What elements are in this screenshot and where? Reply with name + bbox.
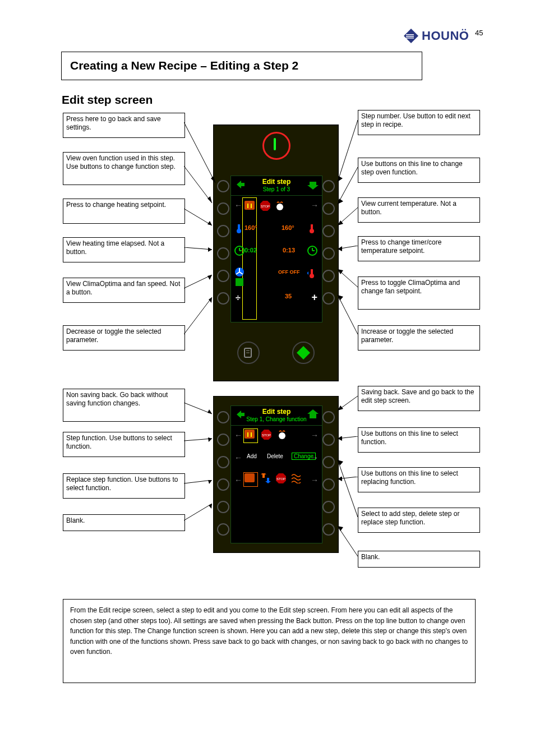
- oven-panel-2: Edit step Step 1, Change function ← STOP…: [213, 396, 339, 553]
- svg-line-33: [184, 166, 212, 203]
- steam-icon-2[interactable]: [277, 430, 288, 440]
- svg-line-49: [338, 246, 358, 249]
- minus-icon[interactable]: ÷: [236, 293, 241, 303]
- right-nav-3-icon[interactable]: →: [311, 453, 319, 462]
- start-button[interactable]: [292, 342, 315, 364]
- p2-soft-r3[interactable]: [322, 456, 335, 468]
- thermometer-blue-icon[interactable]: [234, 223, 246, 233]
- heat-icon[interactable]: [245, 201, 256, 211]
- p2-soft-l1[interactable]: [217, 411, 229, 423]
- callout-l6: Decrease or toggle the selected paramete…: [63, 325, 185, 351]
- right-nav-2-icon[interactable]: →: [311, 431, 319, 440]
- page-title: Creating a New Recipe – Editing a Step 2: [70, 59, 298, 72]
- svg-marker-55: [237, 411, 245, 418]
- p2-soft-r4[interactable]: [322, 478, 335, 491]
- svg-line-47: [338, 208, 358, 225]
- delete-label[interactable]: Delete: [267, 453, 283, 459]
- waves-icon[interactable]: [290, 473, 302, 483]
- heat-icon-2[interactable]: [245, 430, 256, 440]
- svg-line-72: [184, 480, 212, 483]
- soft-l5[interactable]: [217, 270, 229, 282]
- soft-l3[interactable]: [217, 225, 229, 237]
- plus-icon[interactable]: +: [311, 292, 317, 303]
- p2-soft-r5[interactable]: [322, 501, 335, 513]
- svg-text:STOP: STOP: [261, 205, 270, 208]
- svg-line-51: [338, 269, 358, 287]
- soft-r1[interactable]: [322, 180, 335, 192]
- p2-soft-l3[interactable]: [217, 456, 229, 468]
- soft-r2[interactable]: [322, 202, 335, 215]
- up-arrow-icon[interactable]: [307, 409, 319, 420]
- column-selection: [242, 197, 257, 320]
- stop-icon[interactable]: STOP: [260, 201, 271, 211]
- svg-marker-36: [207, 221, 212, 225]
- svg-rect-57: [245, 430, 255, 439]
- svg-rect-2: [406, 36, 414, 37]
- clima-icon: [234, 277, 246, 287]
- svg-marker-56: [307, 409, 319, 418]
- core-temp-icon[interactable]: [307, 268, 319, 278]
- soft-r3[interactable]: [322, 225, 335, 237]
- svg-point-15: [310, 229, 314, 233]
- soft-l4[interactable]: [217, 247, 229, 260]
- left-nav-icon[interactable]: ←: [234, 201, 242, 210]
- svg-line-31: [184, 122, 215, 183]
- svg-text:STOP: STOP: [262, 434, 271, 437]
- back-arrow-icon-2[interactable]: [234, 409, 246, 420]
- heat-icon-3[interactable]: [245, 473, 256, 483]
- p2-soft-r2[interactable]: [322, 434, 335, 446]
- soft-l1[interactable]: [217, 180, 229, 192]
- right-nav-4-icon[interactable]: →: [311, 476, 319, 485]
- svg-line-78: [338, 436, 358, 439]
- callout2-r4: Select to add step, delete step or repla…: [358, 508, 480, 533]
- down-arrow-icon[interactable]: [307, 179, 319, 190]
- soft-r4[interactable]: [322, 247, 335, 260]
- left-nav-2-icon[interactable]: ←: [234, 431, 242, 440]
- back-arrow-icon[interactable]: [234, 179, 246, 190]
- menu-button[interactable]: [237, 342, 260, 364]
- humidity-value: 35: [285, 293, 292, 299]
- svg-marker-30: [297, 346, 310, 359]
- panel2-screen: Edit step Step 1, Change function ← STOP…: [230, 405, 322, 543]
- steam-icon[interactable]: [275, 201, 286, 211]
- svg-line-43: [338, 120, 358, 182]
- p2-soft-l6[interactable]: [217, 523, 229, 536]
- svg-marker-73: [208, 480, 212, 484]
- thermometer-red-icon[interactable]: [307, 223, 319, 233]
- svg-marker-8: [251, 204, 252, 208]
- svg-rect-3: [406, 38, 414, 39]
- clock-right-icon[interactable]: [307, 246, 319, 256]
- stop-icon-3[interactable]: STOP: [276, 473, 287, 483]
- add-label[interactable]: Add: [247, 453, 257, 459]
- updown-arrows-icon[interactable]: [260, 473, 271, 483]
- soft-r5[interactable]: [322, 270, 335, 282]
- svg-line-41: [184, 297, 212, 334]
- svg-marker-40: [207, 275, 212, 280]
- svg-line-74: [184, 504, 212, 520]
- callout-r1: Step number. Use button to edit next ste…: [358, 110, 480, 135]
- panel1-screen: Edit step Step 1 of 3 STOP ← → 160° 160°…: [230, 176, 322, 322]
- stop-icon-2[interactable]: STOP: [261, 430, 273, 440]
- svg-point-62: [279, 432, 285, 439]
- p2-soft-r6[interactable]: [322, 523, 335, 536]
- callout-l4: View heating time elapsed. Not a button.: [63, 237, 185, 262]
- svg-line-68: [184, 403, 212, 414]
- p2-soft-l4[interactable]: [217, 478, 229, 491]
- svg-line-80: [338, 477, 358, 479]
- left-nav-3-icon[interactable]: ←: [234, 453, 242, 462]
- svg-marker-59: [251, 432, 252, 437]
- soft-l6[interactable]: [217, 292, 229, 305]
- callout2-l2: Step function. Use buttons to select fun…: [63, 432, 185, 457]
- time-elapsed: 0:02: [245, 247, 257, 253]
- temp-setpoint-right: 160°: [282, 224, 294, 231]
- left-nav-4-icon[interactable]: ←: [234, 476, 242, 485]
- p2-soft-r1[interactable]: [322, 411, 335, 423]
- off-off: OFF OFF: [278, 269, 300, 275]
- right-nav-icon[interactable]: →: [311, 201, 319, 210]
- p2-soft-l5[interactable]: [217, 501, 229, 513]
- svg-rect-1: [406, 34, 414, 35]
- p2-soft-l2[interactable]: [217, 434, 229, 446]
- svg-marker-42: [209, 297, 212, 303]
- soft-r6[interactable]: [322, 292, 335, 305]
- soft-l2[interactable]: [217, 202, 229, 215]
